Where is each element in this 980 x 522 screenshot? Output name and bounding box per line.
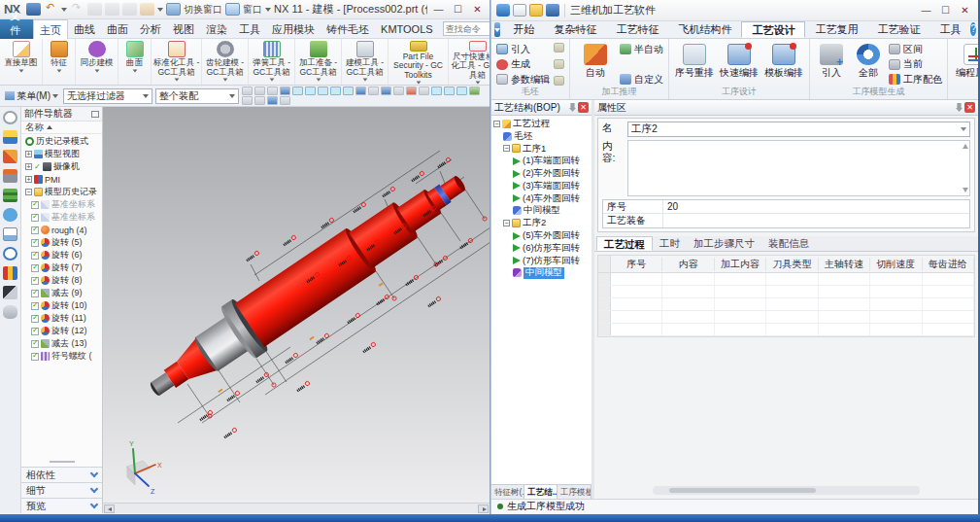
checkbox-icon[interactable]: [31, 252, 39, 260]
tree-item[interactable]: 毛坯: [491, 130, 591, 143]
semi-auto-button[interactable]: 半自动: [620, 42, 663, 56]
table-row[interactable]: [598, 311, 974, 324]
tree-item[interactable]: (5)车外圆回转: [491, 229, 591, 242]
panel-resize-grip[interactable]: [21, 457, 102, 467]
tab-kmtools[interactable]: KMTOOLS: [375, 19, 439, 39]
tab-work-hours[interactable]: 工时: [653, 236, 687, 251]
layer-icon[interactable]: [381, 87, 391, 95]
close-button[interactable]: ✕: [957, 4, 973, 17]
sketch-tool-icon[interactable]: [419, 87, 429, 95]
checkbox-icon[interactable]: [31, 302, 39, 310]
cut-icon[interactable]: [87, 3, 102, 16]
close-panel-icon[interactable]: ✕: [964, 102, 975, 113]
tree-item[interactable]: ✓摄像机: [21, 160, 102, 173]
tab-surface[interactable]: 曲面: [101, 19, 134, 39]
blank-extra-icon[interactable]: [554, 76, 564, 86]
view-panel-icon[interactable]: [368, 87, 379, 95]
tab-tools[interactable]: 工具: [233, 19, 266, 39]
tree-item[interactable]: 模型历史记录: [21, 186, 102, 198]
open-file-icon[interactable]: [529, 4, 543, 17]
history-icon[interactable]: [3, 247, 17, 261]
tree-item-selected[interactable]: 中间模型: [491, 267, 591, 280]
menu-button[interactable]: 菜单(M): [3, 89, 60, 103]
new-file-icon[interactable]: [513, 4, 526, 17]
tree-item[interactable]: 旋转 (8): [21, 274, 102, 287]
group-dim-quick-format[interactable]: 尺寸快速格式化工具 - GC工具箱: [449, 39, 490, 85]
scroll-right-icon[interactable]: [478, 505, 489, 513]
point-snap-icon[interactable]: [343, 87, 354, 95]
assembly-navigator-icon[interactable]: [3, 130, 17, 144]
brush-dropdown-icon[interactable]: [157, 8, 163, 12]
part-navigator-icon[interactable]: [3, 169, 17, 183]
tab-process-verify[interactable]: 工艺验证: [867, 21, 929, 38]
group-synchronous-modeling[interactable]: 同步建模: [76, 39, 118, 85]
tab-aircraft-structure[interactable]: 飞机结构件: [668, 21, 741, 38]
pin-icon[interactable]: [569, 103, 576, 112]
maximize-button[interactable]: ☐: [937, 4, 954, 17]
tree-item[interactable]: (3)车端面回转: [491, 180, 591, 192]
tab-analysis[interactable]: 分析: [134, 19, 167, 39]
pin-icon[interactable]: [956, 103, 963, 112]
rect-select-icon[interactable]: [267, 87, 278, 95]
checkbox-icon[interactable]: [31, 201, 39, 209]
close-panel-icon[interactable]: ✕: [578, 102, 589, 113]
collapse-icon[interactable]: [503, 145, 510, 152]
operation-name-dropdown[interactable]: 工序2: [627, 122, 970, 137]
group-part-file-security[interactable]: Part File Security - GC Toolkits: [389, 39, 449, 85]
command-search-input[interactable]: [446, 24, 490, 34]
tree-item[interactable]: rough (4): [21, 224, 102, 236]
tree-item[interactable]: 中间模型: [491, 205, 591, 218]
command-search-box[interactable]: [443, 21, 490, 36]
collapse-icon[interactable]: [25, 189, 32, 195]
pointer-icon[interactable]: [3, 286, 17, 299]
tab-process-reuse[interactable]: 工艺复用: [805, 21, 867, 38]
constraint-navigator-icon[interactable]: [3, 150, 17, 163]
tab-process-design[interactable]: 工艺设计: [741, 21, 805, 38]
tab-process-structure[interactable]: 工艺结...: [524, 485, 558, 499]
tree-item[interactable]: 基准坐标系: [21, 198, 102, 211]
window-grid-icon[interactable]: [393, 87, 404, 95]
tree-item[interactable]: 旋转 (11): [21, 312, 102, 325]
quick-arrange-button[interactable]: 快速编排: [719, 42, 760, 87]
programming-origin-button[interactable]: 编程原点: [953, 42, 978, 87]
reuse-library-icon[interactable]: [3, 189, 17, 202]
tree-item[interactable]: PMI: [21, 173, 102, 186]
render-style-icon[interactable]: [267, 96, 278, 105]
group-feature[interactable]: 特征: [43, 39, 76, 85]
switch-window-label[interactable]: 切换窗口: [184, 3, 222, 17]
undo-icon[interactable]: [44, 3, 58, 16]
collapse-icon[interactable]: [503, 220, 510, 226]
intersection-snap-icon[interactable]: [444, 87, 455, 95]
rotate-view-icon[interactable]: [254, 96, 265, 105]
window-label[interactable]: 窗口: [243, 3, 262, 17]
current-button[interactable]: 当前: [889, 57, 942, 72]
tab-step-dimensions[interactable]: 加工步骤尺寸: [687, 236, 761, 251]
tree-item[interactable]: 模型视图: [21, 148, 102, 160]
blank-extra-icon[interactable]: [554, 59, 564, 69]
group-modeling-tools[interactable]: 建模工具 - GC工具箱: [342, 39, 389, 85]
tab-curve[interactable]: 曲线: [68, 19, 101, 39]
switch-window-icon[interactable]: [166, 3, 181, 16]
move-icon[interactable]: [242, 96, 253, 105]
collapse-icon[interactable]: [493, 121, 500, 127]
table-row[interactable]: [598, 298, 974, 311]
select-icon[interactable]: [242, 87, 253, 95]
web-browser-icon[interactable]: [3, 227, 17, 241]
scroll-up-icon[interactable]: [963, 144, 968, 149]
lasso-icon[interactable]: [254, 87, 265, 95]
selection-scope-dropdown[interactable]: 整个装配: [155, 88, 239, 104]
group-standardization-tools[interactable]: 标准化工具 - GC工具箱: [152, 39, 202, 85]
checkbox-icon[interactable]: [31, 328, 39, 335]
checkbox-icon[interactable]: [31, 239, 39, 247]
graphics-viewport[interactable]: X Y Z: [103, 107, 490, 513]
name-column-header[interactable]: 名称: [21, 122, 102, 134]
field-row[interactable]: 工艺装备: [603, 214, 969, 227]
maximize-button[interactable]: ☐: [450, 3, 466, 17]
dependencies-section[interactable]: 相依性: [21, 467, 102, 482]
shaded-cube-icon[interactable]: [280, 87, 290, 95]
table-row[interactable]: [598, 273, 974, 286]
horizontal-scrollbar[interactable]: [103, 503, 490, 513]
properties-scrollbar[interactable]: [653, 486, 920, 495]
minimize-button[interactable]: —: [430, 3, 447, 17]
tree-item[interactable]: (1)车端面回转: [491, 155, 591, 167]
